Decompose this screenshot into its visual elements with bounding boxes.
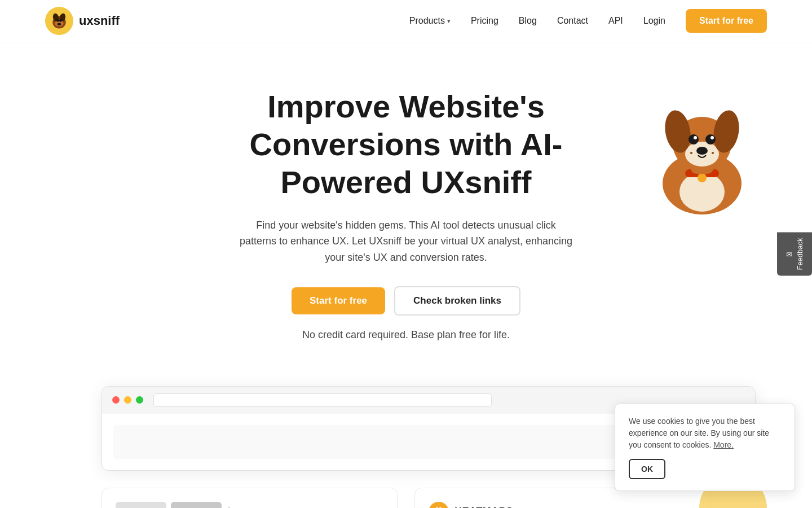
svg-point-19: [694, 136, 697, 139]
nav-item-api[interactable]: API: [608, 16, 623, 26]
feedback-icon: ✉: [785, 250, 793, 259]
svg-point-23: [712, 152, 714, 154]
cookie-ok-button[interactable]: OK: [629, 459, 665, 479]
nav-item-pricing[interactable]: Pricing: [471, 16, 498, 26]
svg-point-5: [56, 19, 59, 22]
dog-illustration: [637, 65, 767, 223]
nav-item-contact[interactable]: Contact: [557, 16, 588, 26]
heatmaps-panel-icon: [429, 502, 449, 508]
logo-text: uxsniff: [79, 14, 120, 28]
hero-subtext: Find your website's hidden gems. This AI…: [237, 217, 575, 266]
browser-address-bar: [153, 393, 492, 407]
feedback-button[interactable]: ✉ Feedback: [777, 232, 812, 275]
feedback-label: Feedback: [796, 238, 804, 270]
svg-point-7: [58, 23, 61, 25]
session-tab-1: [116, 502, 166, 508]
nav-links: Products ▾ Pricing Blog Contact API Logi…: [409, 9, 767, 33]
session-recordings-panel: + SESSION RECORDINGS: [102, 488, 398, 508]
navbar: uxsniff Products ▾ Pricing Blog Contact …: [0, 0, 812, 42]
nav-item-blog[interactable]: Blog: [519, 16, 537, 26]
heatmaps-panel-title: HEATMAPS: [454, 506, 513, 508]
svg-point-20: [710, 136, 714, 139]
hero-headline: Improve Website's Conversions with AI-Po…: [195, 87, 617, 202]
svg-point-6: [59, 19, 62, 22]
heatmaps-panel-header: HEATMAPS: [429, 502, 696, 508]
session-tab-add-button[interactable]: +: [226, 502, 232, 508]
svg-point-11: [698, 173, 707, 182]
cookie-banner: We use cookies to give you the best expe…: [615, 404, 795, 491]
svg-point-18: [705, 134, 716, 144]
chevron-down-icon: ▾: [447, 17, 451, 25]
nav-item-products[interactable]: Products ▾: [409, 16, 451, 26]
session-tab-2: [171, 502, 222, 508]
browser-dot-red: [112, 396, 120, 404]
svg-point-22: [690, 152, 692, 154]
cookie-more-link[interactable]: More.: [713, 440, 734, 449]
session-tabs: +: [116, 502, 383, 508]
hero-buttons: Start for free Check broken links: [292, 286, 520, 316]
cookie-text: We use cookies to give you the best expe…: [629, 415, 781, 451]
svg-point-21: [696, 147, 708, 155]
hero-section: Improve Website's Conversions with AI-Po…: [0, 42, 812, 386]
logo-area[interactable]: uxsniff: [45, 7, 120, 35]
hero-start-free-button[interactable]: Start for free: [292, 287, 385, 314]
browser-dot-green: [136, 396, 143, 404]
logo-icon: [45, 7, 73, 35]
no-cc-text: No credit card required. Base plan free …: [302, 327, 510, 343]
svg-point-17: [689, 134, 699, 144]
nav-item-login[interactable]: Login: [643, 16, 665, 26]
nav-start-free-button[interactable]: Start for free: [686, 9, 767, 33]
hero-check-links-button[interactable]: Check broken links: [394, 286, 520, 316]
browser-dot-yellow: [124, 396, 131, 404]
